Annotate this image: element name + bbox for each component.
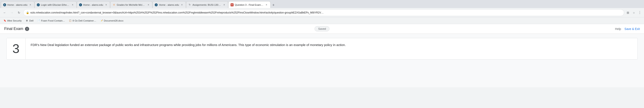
bookmark-doc[interactable]: 📝 Document28.docx — [98, 18, 125, 23]
tab-title-grades: Grades for Michelle Mclaughlin… — [117, 3, 146, 6]
tab-favicon-home-3: A — [155, 3, 158, 6]
question-number-box: 3 — [6, 38, 26, 59]
exam-title: Final Exam — [4, 27, 23, 31]
tab-close-home-3[interactable]: × — [180, 3, 184, 6]
forward-button[interactable]: → — [9, 10, 15, 16]
tab-favicon-assignments: ↻ — [188, 3, 191, 6]
tab-home-2[interactable]: A Home - alamo.edu × — [77, 1, 110, 8]
tab-favicon-login: A — [37, 3, 40, 6]
bookmark-label-afee: Afee Security — [7, 19, 22, 22]
tab-title-home-2: Home - alamo.edu — [83, 3, 103, 6]
question-area: 3 FDR's New Deal legislation funded an e… — [0, 34, 644, 64]
bookmark-8oz[interactable]: 📋 8 Oz Deli Container… — [67, 18, 98, 23]
bookmark-favicon-8oz: 📋 — [69, 19, 72, 22]
profile-icon[interactable]: ○ — [631, 10, 636, 15]
bookmark-favicon-dell: 🖥 — [25, 19, 28, 22]
tab-title-assignments: Assignments: BUSI-1301-031 — [192, 3, 221, 6]
tab-login[interactable]: A Login with Ellucian Ethos Ident… × — [34, 1, 77, 8]
tab-favicon-question: M — [230, 3, 234, 6]
tab-close-grades[interactable]: × — [147, 3, 150, 6]
tab-home-1[interactable]: A Home - alamo.edu × — [1, 1, 34, 8]
question-text: FDR's New Deal legislation funded an ext… — [31, 42, 632, 47]
extensions-icon[interactable]: ⊞ — [626, 10, 630, 15]
help-link[interactable]: Help — [615, 27, 621, 31]
bookmark-favicon-afee: 🔖 — [4, 19, 6, 22]
tab-title-home-1: Home - alamo.edu — [8, 3, 28, 6]
question-text-area: FDR's New Deal legislation funded an ext… — [26, 38, 638, 59]
bookmark-label-8oz: 8 Oz Deli Container… — [72, 19, 96, 22]
refresh-button[interactable]: ↻ — [16, 10, 22, 16]
tab-home-3[interactable]: A Home - alamo.edu × — [152, 1, 186, 8]
tab-question[interactable]: M Question 3 - Final Exam - Cons… × — [228, 1, 270, 8]
exam-actions: Help Save & Exit — [615, 27, 640, 31]
tab-grades[interactable]: ⊙ Grades for Michelle Mclaughlin… × — [110, 1, 152, 8]
exam-title-area: Final Exam i — [4, 27, 29, 31]
main-content: Final Exam i Saved Help Save & Exit 3 FD… — [0, 24, 644, 87]
tab-close-question[interactable]: × — [265, 3, 268, 6]
bookmark-label-foam: Foam Food Contain… — [41, 19, 65, 22]
tab-bar: A Home - alamo.edu × A Login with Elluci… — [0, 0, 644, 8]
tab-title-question: Question 3 - Final Exam - Cons… — [235, 3, 264, 6]
tab-favicon-grades: ⊙ — [112, 3, 116, 6]
exam-header: Final Exam i Saved Help Save & Exit — [0, 24, 644, 34]
bookmark-favicon-doc: 📝 — [100, 19, 103, 22]
bookmarks-bar: 🔖 Afee Security 🖥 Dell 📄 Foam Food Conta… — [0, 17, 644, 24]
tab-title-login: Login with Ellucian Ethos Ident… — [41, 3, 70, 6]
tab-close-home-2[interactable]: × — [104, 3, 108, 6]
address-field[interactable]: 🔒 ezto.mheducation.com/ext/map/index.htm… — [23, 9, 624, 16]
tab-favicon-home-1: A — [3, 3, 6, 6]
save-exit-button[interactable]: Save & Exit — [624, 27, 640, 31]
bookmark-dell[interactable]: 🖥 Dell — [24, 18, 35, 23]
address-icons: ⊞ ○ ⋮ — [626, 10, 642, 15]
bookmark-label-dell: Dell — [29, 19, 34, 22]
tab-favicon-home-2: A — [79, 3, 82, 6]
tab-title-home-3: Home - alamo.edu — [159, 3, 179, 6]
question-card: 3 FDR's New Deal legislation funded an e… — [6, 38, 638, 59]
address-text: ezto.mheducation.com/ext/map/index.html?… — [30, 11, 324, 14]
tab-assignments[interactable]: ↻ Assignments: BUSI-1301-031 × — [186, 1, 228, 8]
tab-close-login[interactable]: × — [71, 3, 74, 6]
exam-info-icon[interactable]: i — [25, 27, 29, 31]
security-icon: 🔒 — [26, 11, 29, 14]
question-number: 3 — [12, 42, 20, 55]
new-tab-button[interactable]: + — [270, 2, 276, 8]
menu-icon[interactable]: ⋮ — [637, 10, 642, 15]
saved-badge: Saved — [314, 26, 330, 31]
bookmark-foam[interactable]: 📄 Foam Food Contain… — [36, 18, 66, 23]
bookmark-afee[interactable]: 🔖 Afee Security — [2, 18, 23, 23]
tab-close-assignments[interactable]: × — [222, 3, 226, 6]
bookmark-label-doc: Document28.docx — [104, 19, 124, 22]
back-button[interactable]: ← — [2, 10, 8, 16]
tab-close-home-1[interactable]: × — [29, 3, 32, 6]
address-bar-row: ← → ↻ 🔒 ezto.mheducation.com/ext/map/ind… — [0, 8, 644, 17]
bookmark-favicon-foam: 📄 — [37, 19, 40, 22]
